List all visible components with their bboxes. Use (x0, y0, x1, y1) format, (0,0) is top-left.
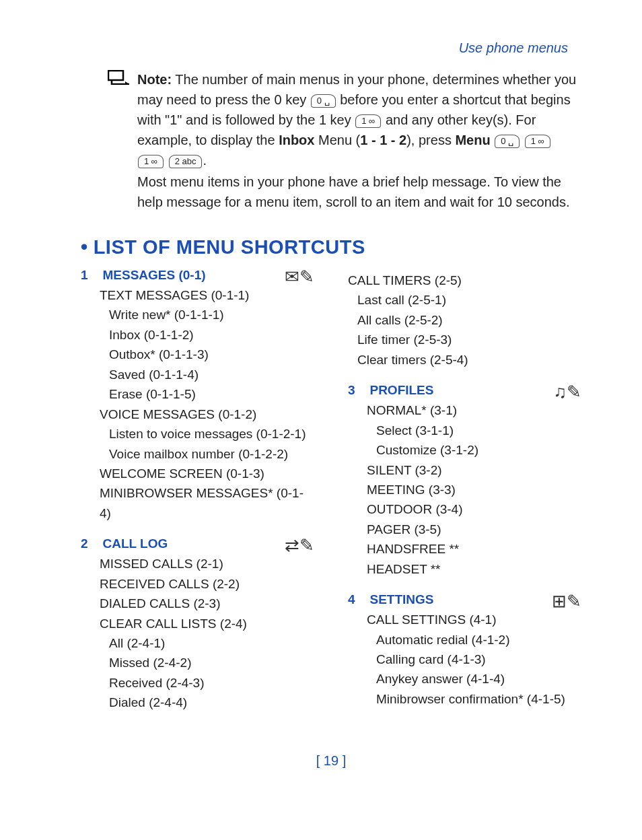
list-item: All calls (2-5-2) (348, 310, 581, 330)
menu-items: CALL TIMERS (2-5)Last call (2-5-1)All ca… (348, 271, 581, 370)
page-number: [ 19 ] (81, 753, 581, 769)
menu-items: CALL SETTINGS (4-1)Automatic redial (4-1… (367, 610, 581, 709)
list-item: DIALED CALLS (2-3) (100, 594, 314, 613)
seq-text: 1 - 1 - 2 (360, 133, 406, 147)
list-item: Calling card (4-1-3) (367, 650, 581, 669)
list-item: Automatic redial (4-1-2) (367, 630, 581, 650)
bullet-icon: • (81, 236, 88, 258)
menu-profiles: 3 PROFILES ♫✎ NORMAL* (3-1)Select (3-1-1… (348, 383, 581, 579)
menu-calllog: 2 CALL LOG ⇄✎ MISSED CALLS (2-1)RECEIVED… (81, 536, 314, 713)
list-item: Customize (3-1-2) (367, 440, 581, 460)
two-key-icon: 2 abc (169, 155, 203, 168)
list-item: All (2-4-1) (100, 633, 314, 653)
list-item: CLEAR CALL LISTS (2-4) (100, 614, 314, 633)
list-item: MEETING (3-3) (367, 480, 581, 499)
menu-title: PROFILES (369, 383, 433, 397)
list-item: VOICE MESSAGES (0-1-2) (100, 405, 314, 424)
list-item: Life timer (2-5-3) (348, 330, 581, 349)
note-text-fragment: . (203, 153, 207, 168)
list-item: PAGER (3-5) (367, 520, 581, 539)
list-item: Saved (0-1-1-4) (100, 365, 314, 384)
list-item: Write new* (0-1-1-1) (100, 305, 314, 324)
list-item: Dialed (2-4-4) (100, 693, 314, 712)
section-heading: •LIST OF MENU SHORTCUTS (81, 236, 581, 258)
menu-number: 1 (81, 268, 100, 283)
menu-word: Menu (455, 133, 490, 147)
list-item: WELCOME SCREEN (0-1-3) (100, 464, 314, 483)
list-item: CALL TIMERS (2-5) (348, 271, 581, 290)
note-arrow-icon (108, 67, 137, 212)
inbox-word: Inbox (279, 133, 314, 147)
music-pencil-icon: ♫✎ (554, 382, 582, 403)
drawer-pencil-icon: ⊞✎ (552, 591, 581, 612)
note-block: Note: The number of main menus in your p… (108, 69, 581, 212)
list-item: RECEIVED CALLS (2-2) (100, 574, 314, 594)
list-item: Received (2-4-3) (100, 673, 314, 693)
envelope-pencil-icon: ✉✎ (285, 267, 314, 287)
one-key-icon: 1 ∞ (138, 155, 164, 168)
list-item: SILENT (3-2) (367, 460, 581, 480)
menu-number: 4 (348, 592, 367, 607)
arrows-pencil-icon: ⇄✎ (285, 535, 314, 556)
one-key-icon: 1 ∞ (525, 135, 550, 148)
note-label: Note: (137, 72, 172, 87)
note-paragraph-2: Most menu items in your phone have a bri… (137, 172, 581, 212)
menu-settings: 4 SETTINGS ⊞✎ CALL SETTINGS (4-1)Automat… (348, 592, 581, 709)
list-item: OUTDOOR (3-4) (367, 499, 581, 519)
list-item: Clear timers (2-5-4) (348, 350, 581, 370)
menu-number: 2 (81, 536, 100, 551)
section-title: LIST OF MENU SHORTCUTS (94, 236, 365, 258)
list-item: Missed (2-4-2) (100, 653, 314, 672)
menu-items: TEXT MESSAGES (0-1-1)Write new* (0-1-1-1… (100, 285, 314, 523)
menu-calltimers: CALL TIMERS (2-5)Last call (2-5-1)All ca… (348, 271, 581, 370)
header-link[interactable]: Use phone menus (81, 40, 568, 56)
note-text-fragment: Menu ( (314, 133, 360, 147)
list-item: Erase (0-1-1-5) (100, 384, 314, 404)
menu-title: CALL LOG (102, 536, 168, 551)
list-item: Outbox* (0-1-1-3) (100, 345, 314, 364)
list-item: MISSED CALLS (2-1) (100, 554, 314, 573)
list-item: Last call (2-5-1) (348, 290, 581, 310)
svg-rect-0 (108, 71, 123, 80)
list-item: Inbox (0-1-1-2) (100, 325, 314, 345)
zero-key-icon: 0 ␣ (495, 135, 520, 148)
menu-number: 3 (348, 383, 367, 398)
menu-items: NORMAL* (3-1)Select (3-1-1)Customize (3-… (367, 400, 581, 579)
list-item: NORMAL* (3-1) (367, 400, 581, 420)
note-text: Note: The number of main menus in your p… (137, 69, 581, 212)
list-item: Select (3-1-1) (367, 421, 581, 440)
list-item: TEXT MESSAGES (0-1-1) (100, 285, 314, 305)
menu-title: MESSAGES (0-1) (102, 268, 205, 282)
menu-items: MISSED CALLS (2-1)RECEIVED CALLS (2-2)DI… (100, 554, 314, 713)
zero-key-icon: 0 ␣ (311, 94, 336, 108)
list-item: MINIBROWSER MESSAGES* (0-1-4) (100, 483, 314, 523)
menu-title: SETTINGS (369, 592, 433, 606)
list-item: Voice mailbox number (0-1-2-2) (100, 444, 314, 464)
menu-messages: 1 MESSAGES (0-1) ✉✎ TEXT MESSAGES (0-1-1… (81, 268, 314, 523)
list-item: HANDSFREE ** (367, 539, 581, 559)
note-text-fragment: ), press (406, 133, 455, 147)
list-item: Anykey answer (4-1-4) (367, 669, 581, 689)
one-key-icon: 1 ∞ (355, 114, 381, 128)
list-item: Minibrowser confirmation* (4-1-5) (367, 689, 581, 709)
list-item: CALL SETTINGS (4-1) (367, 610, 581, 629)
list-item: HEADSET ** (367, 559, 581, 579)
list-item: Listen to voice messages (0-1-2-1) (100, 424, 314, 444)
